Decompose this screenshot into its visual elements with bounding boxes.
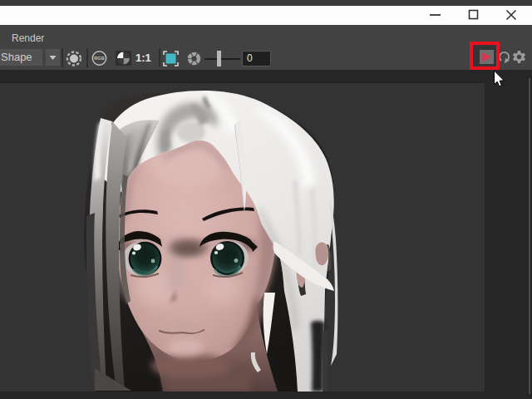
svg-text:RGB: RGB (94, 56, 104, 61)
